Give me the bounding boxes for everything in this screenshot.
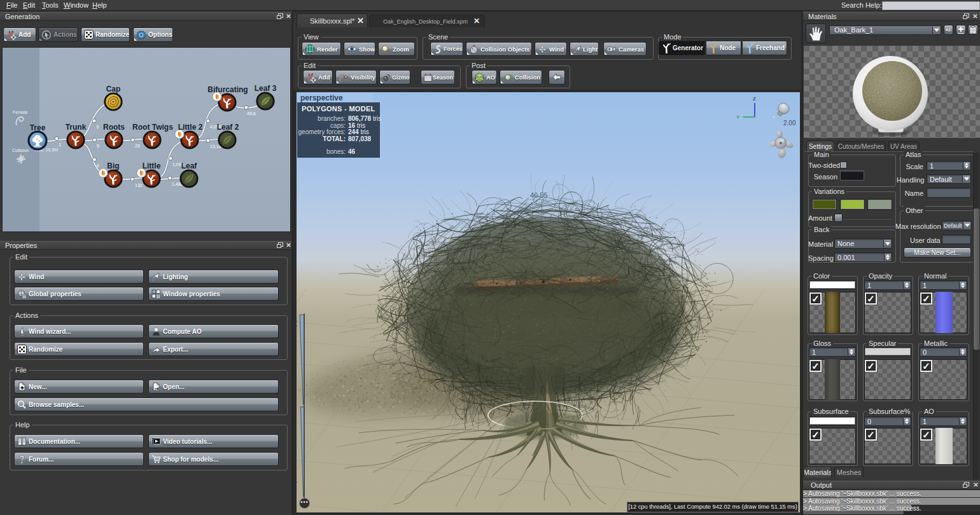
svg-text:Y: Y xyxy=(736,114,740,120)
svg-text:Z: Z xyxy=(753,96,756,102)
